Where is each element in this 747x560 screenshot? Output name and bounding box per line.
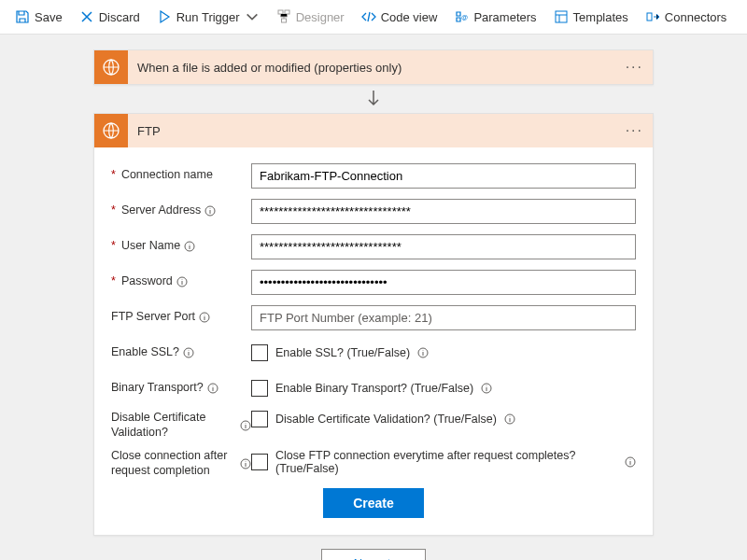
- close-conn-chk-label: Close FTP connection everytime after req…: [275, 449, 617, 475]
- run-trigger-button[interactable]: Run Trigger: [149, 6, 267, 28]
- info-icon[interactable]: [625, 456, 636, 468]
- info-icon[interactable]: [240, 458, 251, 469]
- port-input[interactable]: [251, 305, 636, 330]
- enable-ssl-checkbox[interactable]: [251, 344, 268, 361]
- designer-canvas: When a file is added or modified (proper…: [0, 35, 747, 560]
- info-icon[interactable]: [183, 347, 194, 358]
- svg-rect-5: [647, 13, 652, 21]
- server-address-input[interactable]: [251, 199, 636, 224]
- ftp-card-header[interactable]: FTP ···: [94, 114, 653, 147]
- binary-checkbox[interactable]: [251, 380, 268, 397]
- globe-icon: [94, 50, 128, 84]
- discard-button[interactable]: Discard: [72, 6, 148, 28]
- username-input[interactable]: [251, 234, 636, 259]
- svg-rect-0: [278, 10, 283, 14]
- connectors-button[interactable]: Connectors: [638, 6, 734, 28]
- globe-icon: [94, 114, 128, 147]
- binary-chk-label: Enable Binary Transport? (True/False): [275, 382, 473, 395]
- discard-icon: [79, 9, 94, 24]
- binary-label: Binary Transport?: [111, 381, 251, 396]
- info-icon[interactable]: [199, 312, 210, 323]
- templates-icon: [554, 9, 569, 24]
- close-conn-label: Close connection after request completio…: [111, 449, 251, 478]
- save-icon: [15, 9, 30, 24]
- enable-ssl-chk-label: Enable SSL? (True/False): [275, 346, 410, 359]
- username-label: *User Name: [111, 239, 251, 254]
- password-input[interactable]: [251, 270, 636, 295]
- enable-ssl-label: Enable SSL?: [111, 345, 251, 360]
- ftp-card: FTP ··· *Connection name *Server Address…: [93, 113, 654, 536]
- trigger-title: When a file is added or modified (proper…: [128, 61, 626, 75]
- ftp-card-body: *Connection name *Server Address *User N…: [94, 147, 653, 535]
- info-icon[interactable]: [481, 383, 492, 394]
- play-icon: [157, 9, 172, 24]
- chevron-down-icon: [245, 9, 260, 24]
- parameters-button[interactable]: @ Parameters: [446, 6, 543, 28]
- cert-label: Disable Certificate Validation?: [111, 411, 251, 440]
- connection-name-input[interactable]: [251, 163, 636, 189]
- designer-button: Designer: [269, 6, 352, 28]
- new-step-button[interactable]: + New step: [321, 549, 426, 561]
- toolbar: Save Discard Run Trigger Designer Code v…: [0, 0, 747, 35]
- templates-button[interactable]: Templates: [546, 6, 636, 28]
- info-icon[interactable]: [504, 413, 515, 425]
- cert-chk-label: Disable Certificate Validation? (True/Fa…: [275, 413, 497, 426]
- svg-text:@: @: [461, 14, 468, 21]
- save-button[interactable]: Save: [7, 6, 70, 28]
- info-icon[interactable]: [176, 276, 188, 287]
- close-conn-checkbox[interactable]: [251, 454, 268, 470]
- info-icon[interactable]: [240, 420, 251, 431]
- info-icon[interactable]: [207, 383, 218, 394]
- designer-icon: [276, 9, 291, 24]
- svg-rect-4: [556, 11, 567, 22]
- info-icon[interactable]: [204, 205, 216, 217]
- flow-arrow: [362, 85, 385, 113]
- cert-checkbox[interactable]: [251, 411, 268, 427]
- password-label: *Password: [111, 274, 251, 289]
- parameters-icon: @: [454, 9, 469, 24]
- connectors-icon: [645, 9, 660, 24]
- info-icon[interactable]: [184, 241, 195, 252]
- port-label: FTP Server Port: [111, 310, 251, 325]
- create-button[interactable]: Create: [323, 488, 424, 518]
- connection-name-label: *Connection name: [111, 168, 251, 183]
- ftp-menu-button[interactable]: ···: [626, 122, 643, 139]
- plus-icon: +: [343, 556, 350, 561]
- trigger-menu-button[interactable]: ···: [626, 59, 643, 76]
- code-icon: [361, 9, 376, 24]
- info-icon[interactable]: [417, 347, 429, 358]
- trigger-card[interactable]: When a file is added or modified (proper…: [93, 49, 654, 85]
- code-view-button[interactable]: Code view: [354, 6, 445, 28]
- ftp-title: FTP: [128, 124, 626, 138]
- svg-rect-2: [281, 19, 286, 22]
- svg-rect-1: [285, 10, 289, 14]
- trigger-card-header[interactable]: When a file is added or modified (proper…: [94, 50, 653, 84]
- server-address-label: *Server Address: [111, 203, 251, 218]
